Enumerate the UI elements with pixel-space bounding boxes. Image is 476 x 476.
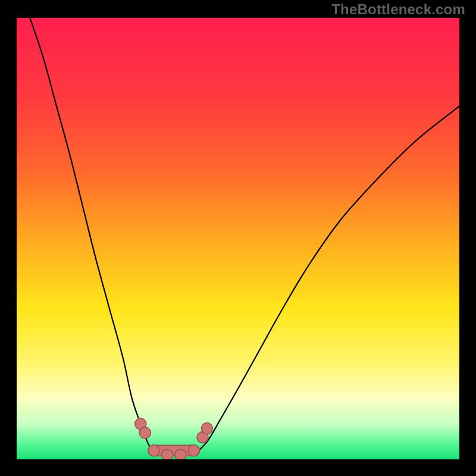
gradient-background <box>17 18 459 459</box>
chart-frame: TheBottleneck.com <box>0 0 476 476</box>
watermark-label: TheBottleneck.com <box>331 1 465 18</box>
marker-dot <box>148 445 159 456</box>
marker-dot <box>162 449 173 459</box>
plot-area <box>17 18 459 459</box>
marker-dot <box>201 423 212 434</box>
marker-dot <box>188 445 199 456</box>
chart-svg <box>17 18 459 459</box>
marker-dot <box>139 427 151 439</box>
marker-dot <box>175 449 186 459</box>
